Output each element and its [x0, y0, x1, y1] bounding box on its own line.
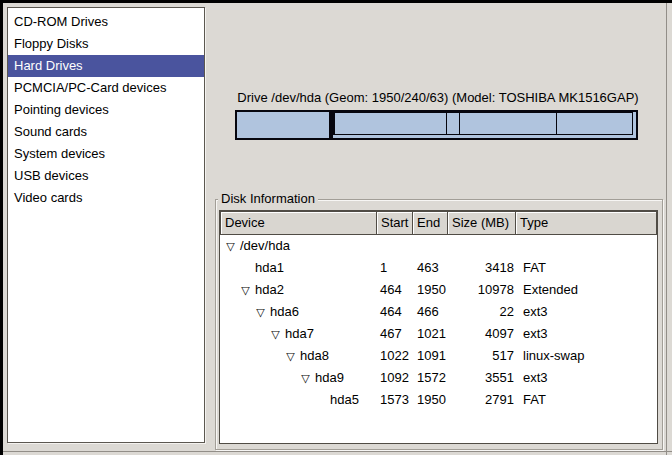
size-cell: 22: [450, 301, 519, 323]
type-cell: ext3: [519, 367, 657, 389]
table-row-hda9[interactable]: ▽hda9109215723551ext3: [220, 367, 657, 389]
start-cell: 464: [377, 279, 414, 301]
device-label: hda1: [253, 260, 284, 275]
tree-indent: [220, 381, 298, 382]
sidebar-item-system-devices[interactable]: System devices: [8, 143, 204, 165]
tree-indent: [220, 337, 268, 338]
end-cell: [414, 235, 450, 257]
start-cell: 1092: [377, 367, 414, 389]
type-cell: linux-swap: [519, 345, 657, 367]
size-cell: 2791: [450, 389, 519, 411]
expander-open-icon[interactable]: ▽: [298, 367, 313, 389]
device-label: /dev/hda: [238, 238, 290, 253]
tree-indent: [220, 359, 283, 360]
partition-table: DeviceStartEndSize (MB)Type ▽/dev/hdahda…: [219, 210, 658, 444]
column-header-size-mb[interactable]: Size (MB): [447, 211, 516, 235]
end-cell: 1572: [414, 367, 450, 389]
disk-information-frame-label: Disk Information: [218, 191, 318, 207]
device-cell: ▽hda9: [220, 367, 377, 389]
table-row-hda2[interactable]: ▽hda2464195010978Extended: [220, 279, 657, 301]
start-cell: 1573: [377, 389, 414, 411]
start-cell: 467: [377, 323, 414, 345]
start-cell: [377, 235, 414, 257]
size-cell: 517: [450, 345, 519, 367]
table-row-hda5[interactable]: hda5157319502791FAT: [220, 389, 657, 411]
end-cell: 466: [414, 301, 450, 323]
logical-partitions-container: [333, 112, 636, 135]
size-cell: 4097: [450, 323, 519, 345]
partition-segment-hda1: [235, 110, 331, 140]
device-category-list: CD-ROM DrivesFloppy DisksHard DrivesPCMC…: [7, 7, 205, 443]
end-cell: 1950: [414, 389, 450, 411]
table-row-hda6[interactable]: ▽hda646446622ext3: [220, 301, 657, 323]
size-cell: [450, 235, 519, 257]
end-cell: 1950: [414, 279, 450, 301]
start-cell: 1022: [377, 345, 414, 367]
partition-bar: [235, 110, 638, 140]
device-label: hda6: [268, 304, 299, 319]
type-cell: [519, 235, 657, 257]
disk-information-frame: Disk Information DeviceStartEndSize (MB)…: [215, 199, 663, 450]
start-cell: 1: [377, 257, 414, 279]
sidebar-item-pointing-devices[interactable]: Pointing devices: [8, 99, 204, 121]
sidebar-item-floppy-disks[interactable]: Floppy Disks: [8, 33, 204, 55]
partition-table-header: DeviceStartEndSize (MB)Type: [220, 211, 657, 235]
expander-open-icon[interactable]: ▽: [283, 345, 298, 367]
type-cell: FAT: [519, 257, 657, 279]
drive-summary-label: Drive /dev/hda (Geom: 1950/240/63) (Mode…: [232, 89, 644, 106]
sidebar-item-usb-devices[interactable]: USB devices: [8, 165, 204, 187]
device-cell: ▽hda2: [220, 279, 377, 301]
tree-indent: [220, 403, 313, 404]
device-label: hda7: [283, 326, 314, 341]
sidebar-item-sound-cards[interactable]: Sound cards: [8, 121, 204, 143]
sidebar-item-pcmcia-pc-card-devices[interactable]: PCMCIA/PC-Card devices: [8, 77, 204, 99]
device-cell: hda5: [220, 389, 377, 411]
expander-open-icon[interactable]: ▽: [253, 301, 268, 323]
type-cell: ext3: [519, 323, 657, 345]
table-row-hda8[interactable]: ▽hda810221091517linux-swap: [220, 345, 657, 367]
partition-segment-hda5: [556, 112, 633, 135]
type-cell: FAT: [519, 389, 657, 411]
tree-indent: [220, 271, 238, 272]
size-cell: 10978: [450, 279, 519, 301]
device-label: hda8: [298, 348, 329, 363]
column-header-type[interactable]: Type: [515, 211, 657, 235]
tree-indent: [220, 315, 253, 316]
sidebar-item-cd-rom-drives[interactable]: CD-ROM Drives: [8, 11, 204, 33]
device-cell: ▽hda7: [220, 323, 377, 345]
column-header-start[interactable]: Start: [376, 211, 413, 235]
device-label: hda9: [313, 370, 344, 385]
partition-segment-hda2-extended: [331, 110, 638, 140]
device-cell: ▽hda8: [220, 345, 377, 367]
column-header-device[interactable]: Device: [220, 211, 377, 235]
device-label: hda2: [253, 282, 284, 297]
type-cell: ext3: [519, 301, 657, 323]
end-cell: 463: [414, 257, 450, 279]
partition-segment-hda9: [459, 112, 557, 135]
end-cell: 1021: [414, 323, 450, 345]
expander-open-icon[interactable]: ▽: [238, 279, 253, 301]
hardware-browser-window: CD-ROM DrivesFloppy DisksHard DrivesPCMC…: [0, 0, 672, 455]
column-header-end[interactable]: End: [412, 211, 448, 235]
size-cell: 3418: [450, 257, 519, 279]
partition-segment-hda7: [334, 112, 447, 135]
sidebar-item-video-cards[interactable]: Video cards: [8, 187, 204, 209]
tree-indent: [220, 293, 238, 294]
size-cell: 3551: [450, 367, 519, 389]
device-label: hda5: [328, 392, 359, 407]
type-cell: Extended: [519, 279, 657, 301]
end-cell: 1091: [414, 345, 450, 367]
device-cell: hda1: [220, 257, 377, 279]
table-row-hda7[interactable]: ▽hda746710214097ext3: [220, 323, 657, 345]
partition-table-body: ▽/dev/hdahda114633418FAT▽hda246419501097…: [220, 235, 657, 411]
expander-open-icon[interactable]: ▽: [268, 323, 283, 345]
start-cell: 464: [377, 301, 414, 323]
device-cell: ▽hda6: [220, 301, 377, 323]
sidebar-item-hard-drives[interactable]: Hard Drives: [8, 55, 204, 77]
expander-open-icon[interactable]: ▽: [223, 235, 238, 257]
table-row-hda1[interactable]: hda114633418FAT: [220, 257, 657, 279]
table-row-dev-hda[interactable]: ▽/dev/hda: [220, 235, 657, 257]
device-cell: ▽/dev/hda: [220, 235, 377, 257]
partition-segment-hda8: [446, 112, 460, 135]
